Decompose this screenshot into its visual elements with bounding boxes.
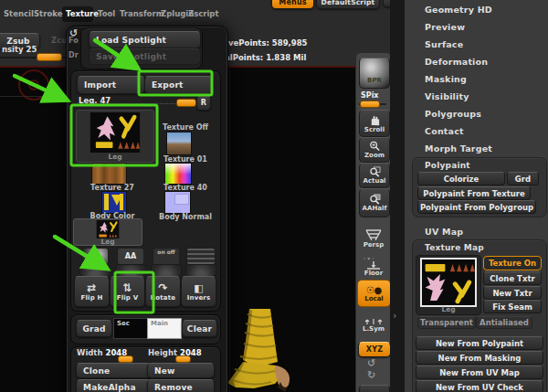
menus-button[interactable]: Menus xyxy=(271,0,314,9)
sec-label: Sec xyxy=(117,320,130,327)
new-from-polypaint-label: New From Polypaint xyxy=(436,339,523,348)
partial-label-dr: Dr xyxy=(68,51,79,59)
new-from-uv-map-button[interactable]: New From UV Map xyxy=(416,366,543,379)
rail-partial-button[interactable] xyxy=(359,385,390,392)
import-button[interactable]: Import xyxy=(77,76,145,94)
new-label: New xyxy=(154,366,175,376)
polypaint-from-texture-button[interactable]: Polypaint From Texture xyxy=(417,186,531,200)
texture-preview-dial[interactable] xyxy=(79,264,111,277)
floor-button[interactable]: Floor xyxy=(359,261,388,277)
texture-grid-item-leg-selected[interactable]: Leg xyxy=(73,218,142,246)
clone-txtr-button[interactable]: Clone Txtr xyxy=(483,271,542,285)
invers-button[interactable]: ◧ Invers xyxy=(181,276,216,307)
pattern-knob[interactable] xyxy=(186,248,216,265)
section-preview[interactable]: Preview xyxy=(425,22,465,32)
tray-collapse-arrow[interactable]: › xyxy=(393,310,397,322)
grad-button[interactable]: Grad xyxy=(76,320,112,337)
body-normal-label: Body Normal xyxy=(152,213,219,221)
section-polygroups[interactable]: Polygroups xyxy=(425,109,481,119)
menu-tool[interactable]: Tool xyxy=(98,9,115,18)
polypaint-title[interactable]: Polypaint xyxy=(425,161,470,170)
new-from-uv-map-label: New From UV Map xyxy=(439,368,520,377)
magnifier-doc-icon xyxy=(369,166,381,177)
remove-button[interactable]: Remove xyxy=(147,379,215,392)
xyz-button[interactable]: XYZ xyxy=(358,342,391,357)
aahalf-button[interactable]: AAHalf xyxy=(359,188,390,217)
save-spotlight-button[interactable]: Save Spotlight xyxy=(89,48,201,65)
clear-button[interactable]: Clear xyxy=(182,320,217,337)
menu-transform[interactable]: Transform xyxy=(120,9,164,18)
scroll-button[interactable]: Scroll xyxy=(359,110,390,137)
section-contact[interactable]: Contact xyxy=(425,126,464,136)
pattern-dial[interactable] xyxy=(185,264,216,277)
polypaint-from-polygroup-button[interactable]: Polypaint From Polygroup xyxy=(417,200,536,214)
new-button[interactable]: New xyxy=(147,363,215,378)
bpr-button[interactable]: BPR xyxy=(359,58,390,89)
texture-off-item[interactable]: Texture Off xyxy=(153,123,217,132)
texture-40-thumbnail[interactable] xyxy=(164,163,192,185)
section-morph-target[interactable]: Morph Target xyxy=(425,143,492,154)
section-uv-map[interactable]: UV Map xyxy=(425,227,463,237)
transparent-button[interactable]: Transparent xyxy=(417,316,476,329)
secondary-color-swatch[interactable]: Sec xyxy=(113,318,148,339)
width-slider[interactable] xyxy=(118,355,133,363)
new-from-masking-button[interactable]: New From Masking xyxy=(416,351,543,365)
new-from-polypaint-button[interactable]: New From Polypaint xyxy=(416,336,543,350)
texture-map-thumbnail[interactable] xyxy=(420,258,477,307)
menu-texture[interactable]: Texture xyxy=(66,9,99,18)
texture-preview-knob-image[interactable] xyxy=(81,248,109,265)
section-surface[interactable]: Surface xyxy=(425,39,463,49)
texture-27-thumbnail[interactable] xyxy=(91,163,127,185)
rotate-cw-icon[interactable]: ↻ xyxy=(367,369,375,381)
texture-reset-label: R xyxy=(201,99,206,107)
onoff-knob[interactable]: on off xyxy=(153,248,180,265)
export-button[interactable]: Export xyxy=(144,76,213,94)
fix-seam-button[interactable]: Fix Seam xyxy=(483,300,542,313)
aa-dial[interactable] xyxy=(115,264,146,277)
makealpha-button[interactable]: MakeAlpha xyxy=(76,379,152,392)
local-button[interactable]: ☉● Local xyxy=(357,280,391,307)
new-from-uv-check-button[interactable]: New From UV Check xyxy=(416,380,543,392)
clone-button[interactable]: Clone xyxy=(76,363,152,378)
section-geometry-hd[interactable]: Geometry HD xyxy=(425,5,492,15)
main-color-swatch[interactable]: Main xyxy=(147,318,182,339)
model-creature-leg[interactable] xyxy=(222,309,309,392)
defaultscript-button[interactable]: DefaultScript xyxy=(316,0,380,9)
height-slider[interactable] xyxy=(175,355,191,363)
texture-selector-slider[interactable] xyxy=(176,99,196,107)
spix-slider[interactable] xyxy=(360,101,380,108)
body-normal-thumbnail[interactable] xyxy=(164,191,191,214)
new-txtr-button[interactable]: New Txtr xyxy=(483,286,542,300)
texture-reset-button[interactable]: R xyxy=(196,95,211,111)
section-masking[interactable]: Masking xyxy=(425,74,467,84)
texture-01-thumbnail[interactable] xyxy=(166,132,192,155)
section-visibility[interactable]: Visibility xyxy=(425,91,469,101)
load-spotlight-button[interactable]: Load Spotlight xyxy=(89,31,201,48)
intensity-slider[interactable] xyxy=(37,53,62,61)
onoff-dial[interactable] xyxy=(151,264,182,277)
rotate-ccw-icon[interactable]: ↺ xyxy=(367,357,375,369)
flip-v-button[interactable]: ⇅ Flip V xyxy=(110,276,145,307)
fix-seam-label: Fix Seam xyxy=(492,302,532,312)
menu-zscript[interactable]: Zscript xyxy=(188,9,219,18)
grd-button[interactable]: Grd xyxy=(507,172,539,185)
menu-stroke[interactable]: Stroke xyxy=(34,9,62,18)
floor-icon xyxy=(366,261,381,270)
texture-grid-item-current[interactable]: Leg xyxy=(76,110,154,163)
menu-stencil[interactable]: Stencil xyxy=(4,9,34,18)
colorize-button[interactable]: Colorize xyxy=(417,172,505,185)
body-color-thumbnail[interactable] xyxy=(101,191,127,214)
persp-button[interactable]: Persp xyxy=(359,225,388,252)
persp-icon xyxy=(364,228,383,241)
section-deformation[interactable]: Deformation xyxy=(425,57,488,67)
aa-knob[interactable]: AA xyxy=(117,248,144,265)
texture-map-title[interactable]: Texture Map xyxy=(425,243,484,252)
lsym-button[interactable]: L.Sym xyxy=(359,316,388,334)
actual-button[interactable]: Actual xyxy=(359,163,390,188)
xyz-label: XYZ xyxy=(366,345,383,354)
flip-h-button[interactable]: ⇄ Flip H xyxy=(74,276,110,307)
rotate-button[interactable]: ↷ Rotate xyxy=(145,276,181,307)
zoom-button[interactable]: Zoom xyxy=(359,137,390,163)
texture-on-button[interactable]: Texture On xyxy=(483,256,542,270)
antialiased-button[interactable]: Antialiased xyxy=(476,316,532,329)
